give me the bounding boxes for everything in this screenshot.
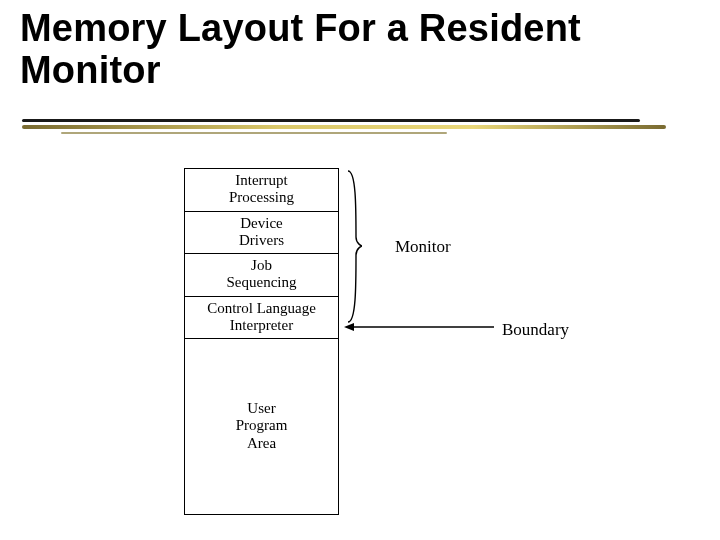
label-monitor: Monitor: [395, 237, 451, 257]
slide: Memory Layout For a Resident Monitor Int…: [0, 0, 720, 540]
brace-icon: [344, 169, 362, 324]
page-title: Memory Layout For a Resident Monitor: [20, 8, 720, 92]
arrow-left-icon: [344, 322, 494, 332]
title-underline: [22, 119, 666, 137]
memory-column: Interrupt Processing Device Drivers Job …: [184, 168, 339, 515]
memory-cell-job: Job Sequencing: [185, 254, 338, 297]
memory-cell-device: Device Drivers: [185, 212, 338, 255]
label-boundary: Boundary: [502, 320, 569, 340]
svg-marker-1: [344, 323, 354, 331]
user-area-label: User Program Area: [236, 400, 288, 452]
memory-cell-interrupt: Interrupt Processing: [185, 169, 338, 212]
memory-cell-user-area: User Program Area: [185, 339, 338, 514]
memory-cell-cli: Control Language Interpreter: [185, 297, 338, 340]
